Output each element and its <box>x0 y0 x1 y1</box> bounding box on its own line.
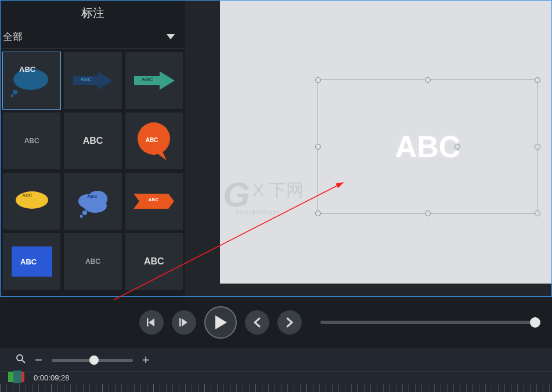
annotation-tile[interactable]: ABC <box>125 233 183 290</box>
zoom-out-button[interactable]: − <box>35 353 42 368</box>
svg-point-14 <box>80 215 82 218</box>
svg-point-9 <box>13 213 16 216</box>
annotation-tile[interactable]: ABC <box>125 112 183 169</box>
resize-handle-tc[interactable] <box>425 77 431 83</box>
svg-marker-4 <box>134 71 175 90</box>
svg-point-13 <box>82 210 87 215</box>
seek-back-button[interactable] <box>245 310 269 335</box>
sidebar-title: 标注 <box>1 1 185 26</box>
watermark: G X 下网 systemhom <box>223 175 304 216</box>
svg-point-12 <box>84 199 107 213</box>
svg-rect-16 <box>12 246 52 277</box>
chevron-down-icon <box>167 34 175 39</box>
tile-label: ABC <box>24 137 39 145</box>
svg-point-7 <box>16 191 48 209</box>
annotation-tile[interactable]: ABC <box>64 173 121 230</box>
svg-point-5 <box>138 122 170 155</box>
zoom-thumb[interactable] <box>89 355 99 365</box>
annotation-tile[interactable]: ABC <box>125 52 183 109</box>
annotation-tile[interactable]: ABC <box>3 52 60 109</box>
sidebar-annotations: 标注 全部 ABC ABC <box>1 1 185 296</box>
svg-rect-20 <box>147 318 149 326</box>
svg-point-24 <box>17 355 23 361</box>
resize-handle-bl[interactable] <box>315 210 321 216</box>
playhead-marker-icon <box>8 372 24 383</box>
preview-area: G X 下网 systemhom ABC <box>185 1 551 296</box>
svg-marker-19 <box>149 318 154 326</box>
svg-marker-22 <box>182 318 187 326</box>
chevron-left-icon <box>253 317 261 328</box>
resize-handle-mc[interactable] <box>454 144 460 150</box>
resize-handle-tl[interactable] <box>315 77 321 83</box>
speech-bubble-orange-icon <box>131 118 177 164</box>
resize-handle-bc[interactable] <box>425 210 431 216</box>
annotation-tile[interactable]: ABC <box>3 112 60 169</box>
playback-controls <box>0 302 552 343</box>
seek-forward-button[interactable] <box>277 310 302 335</box>
tile-label: ABC <box>83 136 103 146</box>
annotation-grid: ABC ABC ABC ABC ABC <box>1 49 185 293</box>
rect-blue-icon <box>12 246 52 277</box>
annotation-tile[interactable]: ABC <box>3 233 60 290</box>
annotation-selection[interactable]: ABC <box>318 79 538 214</box>
annotation-tile[interactable]: ABC <box>64 233 121 290</box>
resize-handle-tr[interactable] <box>535 77 540 83</box>
speech-oval-blue-icon <box>9 63 55 98</box>
next-frame-button[interactable] <box>172 310 196 335</box>
arrow-darkblue-icon <box>70 69 116 92</box>
step-back-icon <box>146 317 157 328</box>
progress-thumb[interactable] <box>530 317 540 328</box>
timeline-ruler[interactable]: 0:00:09;28 <box>0 371 552 385</box>
svg-marker-23 <box>215 315 227 329</box>
filter-dropdown[interactable]: 全部 <box>1 26 185 49</box>
resize-handle-mr[interactable] <box>535 144 540 150</box>
zoom-controls: − + <box>0 348 552 371</box>
tile-label: ABC <box>85 257 100 266</box>
zoom-slider[interactable] <box>52 359 133 362</box>
resize-handle-ml[interactable] <box>315 144 321 150</box>
annotation-tile[interactable]: ABC <box>64 52 121 109</box>
chevron-right-icon <box>286 317 294 328</box>
timeline-panel: − + 0:00:09;28 <box>0 348 552 392</box>
prev-frame-button[interactable] <box>139 310 164 335</box>
watermark-rest: X 下网 <box>252 180 304 199</box>
svg-point-0 <box>13 69 48 90</box>
magnifier-icon <box>16 354 26 366</box>
svg-line-25 <box>22 360 25 363</box>
timeline-ticks <box>0 384 552 392</box>
tile-label: ABC <box>144 256 164 267</box>
watermark-sub: systemhom <box>236 208 304 216</box>
video-canvas[interactable]: G X 下网 systemhom ABC <box>220 1 551 284</box>
filter-label: 全部 <box>3 30 23 43</box>
step-forward-icon <box>179 317 189 328</box>
svg-point-2 <box>10 95 13 97</box>
svg-rect-21 <box>179 318 181 326</box>
annotation-tile[interactable]: ABC <box>3 173 60 230</box>
progress-slider[interactable] <box>320 321 538 324</box>
zoom-in-button[interactable]: + <box>142 353 150 368</box>
play-button[interactable] <box>204 306 237 339</box>
ribbon-orange-icon <box>134 194 174 209</box>
playhead[interactable]: 0:00:09;28 <box>8 372 69 383</box>
timecode: 0:00:09;28 <box>34 373 69 382</box>
speech-oval-yellow-icon <box>9 184 55 219</box>
svg-point-1 <box>13 90 17 95</box>
svg-marker-15 <box>134 194 174 209</box>
play-icon <box>214 315 228 330</box>
resize-handle-br[interactable] <box>535 210 540 216</box>
svg-point-8 <box>16 208 20 213</box>
cloud-blue-icon <box>70 184 116 219</box>
svg-marker-3 <box>73 71 113 90</box>
arrow-teal-icon <box>131 69 177 92</box>
app-frame: 标注 全部 ABC ABC <box>0 0 552 297</box>
watermark-big: G <box>223 175 250 214</box>
annotation-tile[interactable]: ABC <box>125 173 183 230</box>
annotation-tile[interactable]: ABC <box>64 112 121 169</box>
annotation-text: ABC <box>395 129 461 164</box>
